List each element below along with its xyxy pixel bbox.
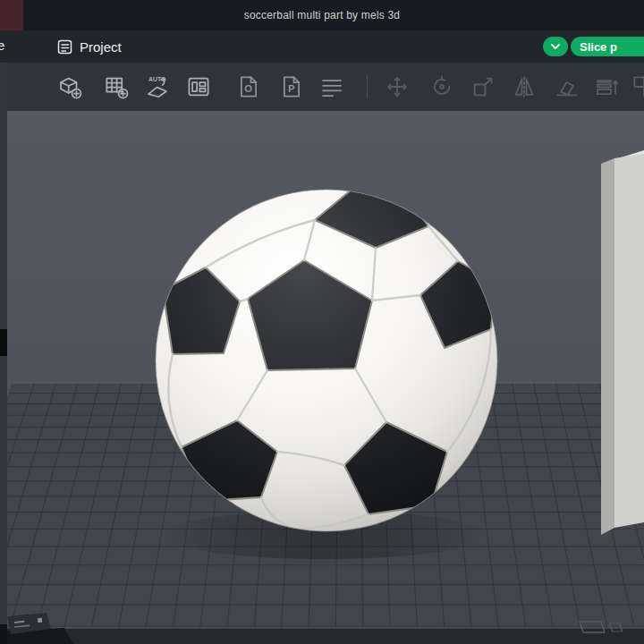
- panel-collapse-handle[interactable]: [0, 329, 7, 356]
- arrange-button[interactable]: [183, 72, 214, 102]
- app-window: soccerball multi part by mels 3d e Proje…: [0, 0, 644, 644]
- split-to-parts-icon: P: [278, 73, 305, 100]
- split-to-parts-button[interactable]: P: [276, 72, 307, 102]
- tab-project-label: Project: [80, 39, 122, 55]
- object-list-button[interactable]: [317, 72, 347, 102]
- auto-orient-button[interactable]: AUTO: [142, 72, 173, 102]
- rotate-icon: [428, 73, 455, 100]
- mirror-icon: [511, 73, 538, 100]
- box-front-face: [614, 154, 644, 528]
- arrange-icon: [185, 73, 212, 100]
- panel-edge-bottom: [0, 624, 7, 644]
- move-icon: [384, 73, 411, 100]
- add-object-button[interactable]: [55, 72, 85, 102]
- toolbar-separator: [367, 75, 368, 98]
- slice-button-group: Slice p: [543, 37, 644, 56]
- lay-on-face-icon: [554, 73, 580, 100]
- split-model-button[interactable]: [629, 72, 644, 102]
- app-accent-block: [0, 0, 23, 30]
- move-tool-button[interactable]: [382, 72, 412, 102]
- title-bar: soccerball multi part by mels 3d: [0, 0, 644, 30]
- svg-text:P: P: [288, 83, 295, 94]
- window-title: soccerball multi part by mels 3d: [244, 9, 400, 21]
- plate-front-face: [7, 628, 644, 644]
- scale-tool-button[interactable]: [468, 72, 498, 102]
- viewport-toolbar: AUTO O P: [7, 63, 644, 111]
- variable-layer-height-icon: [593, 73, 620, 100]
- project-icon: [57, 39, 72, 55]
- add-plate-icon: [103, 73, 130, 100]
- scale-icon: [470, 73, 496, 100]
- svg-text:O: O: [244, 83, 252, 94]
- slice-dropdown-button[interactable]: [543, 37, 568, 56]
- tab-project[interactable]: Project: [57, 35, 122, 58]
- soccer-ball-model[interactable]: [156, 190, 497, 531]
- auto-orient-icon: AUTO: [144, 73, 171, 100]
- tab-prepare-partial[interactable]: e: [0, 38, 4, 53]
- slice-plate-button[interactable]: Slice p: [571, 37, 644, 56]
- lay-on-face-button[interactable]: [552, 72, 582, 102]
- split-to-objects-icon: O: [235, 73, 262, 100]
- slice-plate-label: Slice p: [580, 40, 617, 54]
- add-object-icon: [56, 73, 83, 100]
- chevron-down-icon: [550, 43, 561, 50]
- split-model-icon: [631, 73, 644, 100]
- rotate-tool-button[interactable]: [427, 72, 457, 102]
- variable-layer-height-button[interactable]: [591, 72, 622, 102]
- left-panel-edge: [0, 63, 7, 644]
- gray-box-model[interactable]: [601, 150, 644, 535]
- box-side-face: [601, 158, 614, 535]
- add-plate-button[interactable]: [101, 72, 131, 102]
- mirror-tool-button[interactable]: [509, 72, 539, 102]
- object-list-icon: [318, 73, 345, 100]
- split-to-objects-button[interactable]: O: [233, 72, 264, 102]
